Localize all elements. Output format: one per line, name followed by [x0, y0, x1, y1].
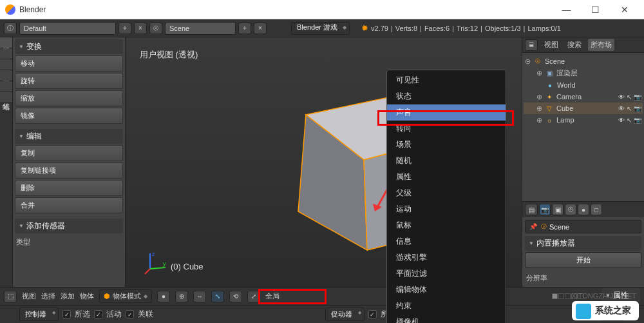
controllers-sel-check[interactable]	[62, 310, 71, 318]
properties-editor: ▤ 📷 ▣ ⦾ ● □ 📌 ⦾ Scene 内置播放器 开始 分辨率	[522, 201, 644, 287]
scale-button[interactable]: 缩放	[15, 90, 123, 106]
tree-lamp[interactable]: ⊕ ☼ Lamp 👁↖📷	[524, 114, 643, 126]
actuator-menu-item[interactable]: 转向	[387, 121, 506, 137]
manipulator-scale-icon[interactable]: ⤢	[247, 291, 260, 302]
actuator-menu-item[interactable]: 运动	[387, 201, 506, 217]
actuator-menu-item[interactable]: 场景	[387, 137, 506, 153]
outliner-filter-select[interactable]: 所有场	[588, 39, 614, 51]
tree-world[interactable]: ● World	[524, 79, 643, 91]
tree-camera[interactable]: ⊕ ✦ Camera 👁↖📷	[524, 91, 643, 103]
cursor-icon[interactable]: ↖	[627, 117, 632, 124]
properties-editor-icon[interactable]: ▤	[525, 204, 538, 215]
controllers-dropdown[interactable]: 控制器	[19, 308, 59, 321]
pivot-icon[interactable]: ⊕	[175, 291, 188, 302]
tab-greasepencil[interactable]: 蜡笔	[0, 92, 12, 103]
actuators-sel-check[interactable]	[368, 310, 377, 318]
pin-icon[interactable]: 📌	[529, 223, 537, 230]
interaction-mode-select[interactable]: ⬢ 物体模式 ◆	[99, 289, 152, 303]
duplicate-linked-button[interactable]: 复制链接项	[15, 162, 123, 179]
outliner-editor-icon[interactable]: ≣	[525, 39, 538, 51]
shading-solid-icon[interactable]: ●	[157, 291, 170, 302]
prop-tab-scene[interactable]: ⦾	[565, 204, 576, 215]
duplicate-button[interactable]: 复制	[15, 145, 123, 161]
scene-field[interactable]: Scene	[165, 22, 236, 35]
outliner-search-menu[interactable]: 搜索	[565, 39, 584, 51]
prop-tab-renderlayers[interactable]: ▣	[552, 204, 564, 215]
remove-scene-button[interactable]: ×	[254, 23, 267, 34]
add-layout-button[interactable]: +	[118, 23, 131, 34]
render-icon[interactable]: 📷	[634, 105, 641, 112]
actuator-menu-item[interactable]: 游戏引擎	[387, 250, 506, 266]
add-menu[interactable]: 添加	[61, 291, 75, 301]
screen-layout-field[interactable]: Default	[19, 22, 116, 35]
view-menu[interactable]: 视图	[22, 291, 36, 301]
manipulator-translate-icon[interactable]: ⤡	[211, 291, 224, 302]
outliner-view-menu[interactable]: 视图	[542, 39, 561, 51]
controllers-link-check[interactable]	[126, 310, 134, 318]
join-button[interactable]: 合并	[15, 197, 123, 213]
actuator-menu-item[interactable]: 状态	[387, 88, 506, 104]
translate-button[interactable]: 移动	[15, 55, 123, 72]
cursor-icon[interactable]: ↖	[627, 93, 632, 101]
render-engine-select[interactable]: Blender 游戏	[291, 22, 350, 35]
start-game-button[interactable]: 开始	[525, 252, 641, 268]
manipulator-toggle[interactable]: ↔	[193, 291, 206, 302]
tab-physics[interactable]: 物理	[0, 81, 12, 92]
rotate-button[interactable]: 旋转	[15, 73, 123, 89]
scene-icon: ⦾	[533, 57, 542, 66]
tree-cube[interactable]: ⊕ ▽ Cube 👁↖📷	[524, 103, 643, 114]
add-scene-button[interactable]: +	[238, 23, 251, 34]
maximize-button[interactable]: ☐	[581, 0, 610, 19]
actuator-menu-item[interactable]: 声音	[387, 104, 506, 121]
delete-button[interactable]: 删除	[15, 180, 123, 196]
minimize-button[interactable]: —	[552, 0, 581, 19]
actuator-menu-item[interactable]: 属性	[387, 169, 506, 185]
scene-datablock-field[interactable]: 📌 ⦾ Scene	[525, 220, 641, 233]
controllers-act-check[interactable]	[94, 310, 102, 318]
world-icon: ●	[545, 81, 554, 90]
orientation-select[interactable]: 全局	[265, 291, 279, 301]
scene-icon[interactable]: ⦾	[149, 23, 162, 34]
cursor-icon[interactable]: ↖	[627, 105, 632, 112]
close-button[interactable]: ✕	[610, 0, 639, 19]
object-menu[interactable]: 物体	[80, 291, 94, 301]
tab-animation[interactable]: 动画	[0, 70, 12, 81]
manipulator-rotate-icon[interactable]: ⟲	[229, 291, 242, 302]
actuator-menu-item[interactable]: 摄像机	[387, 314, 506, 323]
renderlayers-icon: ▣	[545, 69, 554, 78]
actuator-menu-item[interactable]: 信息	[387, 233, 506, 250]
tree-scene[interactable]: ⊝ ⦾ Scene	[524, 55, 643, 67]
actuator-menu-item[interactable]: 父级	[387, 185, 506, 201]
actuator-menu-item[interactable]: 随机	[387, 153, 506, 169]
watermark-text: XITONGZHIJIA.NET	[571, 292, 636, 300]
actuators-dropdown[interactable]: 促动器	[325, 308, 365, 321]
tab-tools[interactable]: 工具	[0, 37, 12, 48]
mirror-button[interactable]: 镜像	[15, 108, 123, 124]
panel-edit-header[interactable]: 编辑	[15, 129, 123, 144]
tab-create[interactable]: 创建	[0, 48, 12, 59]
panel-add-sensor-header[interactable]: 添加传感器	[15, 219, 123, 233]
eye-icon[interactable]: 👁	[618, 117, 625, 124]
actuator-menu-item[interactable]: 可见性	[387, 72, 506, 88]
panel-embedded-player-header[interactable]: 内置播放器	[525, 236, 641, 251]
prop-tab-world[interactable]: ●	[578, 204, 589, 215]
eye-icon[interactable]: 👁	[618, 93, 625, 101]
viewport-editor-icon[interactable]: ⬚	[4, 291, 17, 302]
info-editor-icon[interactable]: ⓘ	[4, 23, 17, 34]
select-menu[interactable]: 选择	[41, 291, 55, 301]
stats-verts: Verts:8	[395, 24, 417, 32]
actuator-menu-item[interactable]: 约束	[387, 298, 506, 314]
render-icon[interactable]: 📷	[634, 93, 641, 101]
tab-relations[interactable]: 关系	[0, 59, 12, 70]
tree-renderlayers[interactable]: ⊕ ▣ 渲染层	[524, 67, 643, 79]
panel-transform-header[interactable]: 变换	[15, 39, 123, 54]
prop-tab-object[interactable]: □	[591, 204, 602, 215]
actuator-menu-item[interactable]: 鼠标	[387, 217, 506, 233]
actuator-menu-item[interactable]: 平面过滤	[387, 266, 506, 282]
outliner-tree: ⊝ ⦾ Scene ⊕ ▣ 渲染层 ● World ⊕ ✦ Camera 👁↖📷	[522, 53, 644, 201]
render-icon[interactable]: 📷	[634, 117, 641, 124]
eye-icon[interactable]: 👁	[618, 105, 625, 112]
remove-layout-button[interactable]: ×	[134, 23, 147, 34]
prop-tab-render[interactable]: 📷	[539, 204, 551, 215]
actuator-menu-item[interactable]: 编辑物体	[387, 282, 506, 298]
